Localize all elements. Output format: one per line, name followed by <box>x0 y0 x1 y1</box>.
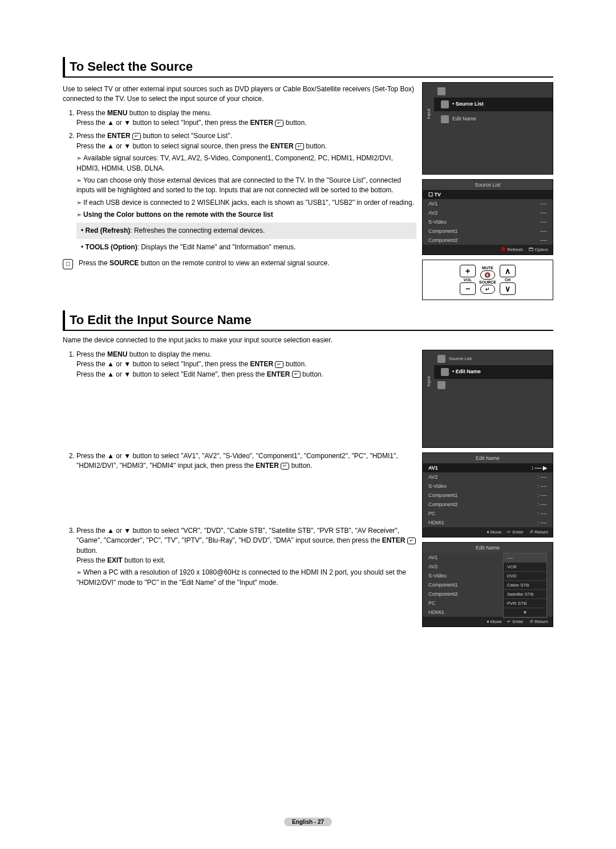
s1-sub4: Using the Color buttons on the remote wi… <box>76 210 416 253</box>
s1-sub2: You can choose only those external devic… <box>76 176 416 196</box>
s1-sub1: Available signal sources: TV, AV1, AV2, … <box>76 153 416 173</box>
osd-edit-name-popup: Edit Name AV1 AV2 S-Video Component1 Com… <box>422 542 553 627</box>
mute-button[interactable]: 🔇 <box>480 270 495 280</box>
enter-icon: ↵ <box>295 143 304 150</box>
section2-title: To Edit the Input Source Name <box>63 310 553 331</box>
s1-sub3: If each USB device is connected to 2 WIS… <box>76 198 416 208</box>
osd-edit-name-list: Edit Name AV1: ---- ▶ AV2: ---- S-Video:… <box>422 452 553 537</box>
input-icon <box>441 100 449 108</box>
vol-down-button[interactable]: − <box>460 282 476 295</box>
vol-up-button[interactable]: + <box>460 265 476 277</box>
enter-icon: ↵ <box>292 371 301 378</box>
tv-icon <box>437 381 445 389</box>
tv-icon <box>441 115 449 123</box>
source-button[interactable]: ↵ <box>480 285 495 294</box>
input-icon <box>441 368 449 376</box>
source-name-dropdown[interactable]: ---- VCR DVD Cable STB Satellite STB PVR… <box>503 553 547 618</box>
s1-note: Press the SOURCE button on the remote co… <box>79 259 330 269</box>
ch-up-button[interactable]: ∧ <box>500 265 516 277</box>
gear-icon <box>437 355 445 363</box>
ch-down-button[interactable]: ∨ <box>500 282 516 295</box>
osd-input-menu: Input • Source List Edit Name <box>422 82 553 175</box>
enter-icon: ↵ <box>281 463 289 470</box>
s2-step2: Press the ▲ or ▼ button to select "AV1",… <box>76 451 416 523</box>
s1-step2: Press the ENTER ↵ button to select "Sour… <box>76 131 416 253</box>
page-number: English - 27 <box>284 818 332 826</box>
s1-step1: Press the MENU button to display the men… <box>76 108 416 128</box>
enter-icon: ↵ <box>407 537 416 544</box>
osd-source-list: Source List ☐ TV AV1---- AV2---- S-Video… <box>422 179 553 255</box>
s2-sub1: When a PC with a resolution of 1920 x 10… <box>76 568 416 588</box>
enter-icon: ↵ <box>275 361 283 368</box>
section1-title: To Select the Source <box>63 57 553 78</box>
enter-icon: ↵ <box>275 120 283 127</box>
osd-edit-name-menu: Input Source List • Edit Name <box>422 350 553 448</box>
section1-intro: Use to select TV or other external input… <box>63 84 416 104</box>
section2-intro: Name the device connected to the input j… <box>63 335 553 345</box>
enter-icon: ↵ <box>132 133 141 140</box>
s2-step1: Press the MENU button to display the men… <box>76 350 416 448</box>
remote-diagram: +VOL− MUTE🔇SOURCE↵ ∧CH∨ <box>422 260 553 300</box>
s2-step3: Press the ▲ or ▼ button to select "VCR",… <box>76 526 416 588</box>
remote-note-icon: ☐ <box>63 259 73 269</box>
gear-icon <box>437 87 445 95</box>
